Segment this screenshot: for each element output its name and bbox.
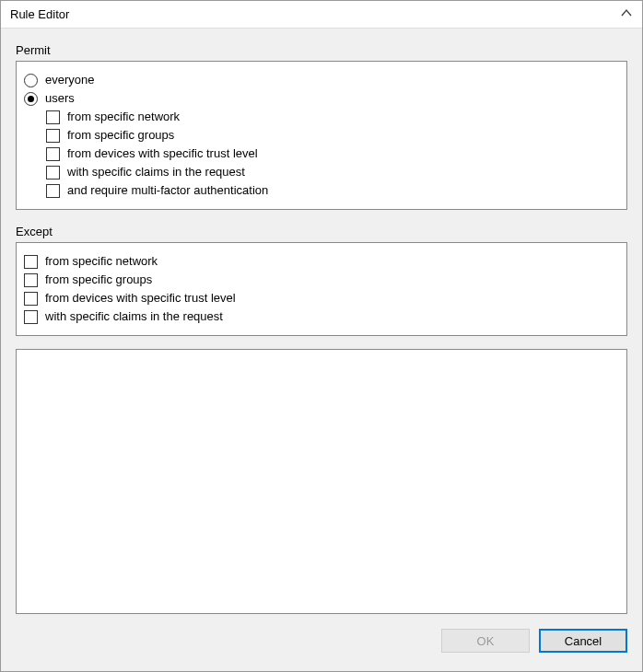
permit-option-row[interactable]: from specific groups [24,126,619,145]
radio-everyone-label: everyone [45,72,94,88]
checkbox-except-claims[interactable] [24,310,38,324]
radio-users-label: users [45,90,75,107]
dialog-body: Permit everyone users from specific netw… [1,29,642,671]
radio-users-row[interactable]: users [24,89,619,108]
checkbox-label: and require multi-factor authentication [67,182,268,199]
except-option-row[interactable]: from devices with specific trust level [24,289,619,307]
checkbox-permit-groups[interactable] [46,129,60,143]
checkbox-except-network[interactable] [24,255,38,269]
checkbox-label: with specific claims in the request [45,308,223,325]
except-option-row[interactable]: with specific claims in the request [24,307,619,326]
checkbox-label: from specific groups [67,127,174,144]
checkbox-permit-network[interactable] [46,110,60,124]
permit-option-row[interactable]: from specific network [24,108,619,126]
summary-panel [16,349,627,614]
radio-everyone-row[interactable]: everyone [24,71,619,89]
checkbox-label: with specific claims in the request [67,164,245,180]
dialog-buttons: OK Cancel [16,621,627,658]
except-option-row[interactable]: from specific groups [24,271,619,289]
except-option-row[interactable]: from specific network [24,252,619,271]
checkbox-permit-trust-level[interactable] [46,147,60,161]
permit-option-row[interactable]: from devices with specific trust level [24,145,619,163]
checkbox-except-groups[interactable] [24,273,38,287]
titlebar: Rule Editor [1,1,642,29]
checkbox-label: from devices with specific trust level [45,290,236,307]
cancel-button[interactable]: Cancel [539,629,627,653]
checkbox-label: from specific network [67,109,180,125]
permit-option-row[interactable]: and require multi-factor authentication [24,181,619,200]
checkbox-label: from specific network [45,253,158,270]
checkbox-label: from devices with specific trust level [67,145,258,162]
window-title: Rule Editor [10,7,69,21]
checkbox-except-trust-level[interactable] [24,292,38,306]
except-panel: from specific network from specific grou… [16,242,627,336]
permit-panel: everyone users from specific network fro… [16,61,627,210]
permit-option-row[interactable]: with specific claims in the request [24,163,619,181]
collapse-chevron-icon[interactable] [620,6,633,22]
radio-users[interactable] [24,92,38,106]
checkbox-permit-claims[interactable] [46,166,60,180]
except-section-label: Except [16,225,627,238]
checkbox-permit-mfa[interactable] [46,184,60,198]
ok-button: OK [441,629,530,653]
permit-section-label: Permit [16,43,627,57]
checkbox-label: from specific groups [45,272,152,288]
radio-everyone[interactable] [24,74,38,87]
